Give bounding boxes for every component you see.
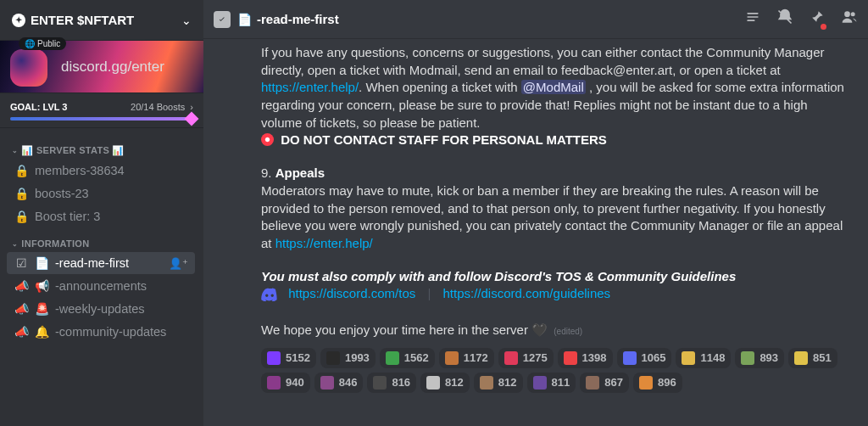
reaction-pill[interactable]: 940 bbox=[261, 373, 310, 393]
reaction-pill[interactable]: 1398 bbox=[558, 348, 613, 368]
channel-announcements[interactable]: 📣 📢 -announcements bbox=[7, 275, 195, 297]
reaction-pill[interactable]: 1562 bbox=[380, 348, 435, 368]
reaction-emoji-icon bbox=[386, 351, 399, 365]
message-content: If you have any questions, concerns or s… bbox=[203, 39, 868, 426]
reaction-count: 1993 bbox=[345, 350, 370, 366]
lock-icon: 🔒 bbox=[14, 187, 29, 200]
appeals-link[interactable]: https://enter.help/ bbox=[275, 236, 373, 250]
no-contact-warning: DO NOT CONTACT STAFF FOR PERSONAL MATTER… bbox=[281, 132, 607, 147]
goal-label: GOAL: LVL 3 bbox=[10, 102, 67, 112]
reaction-count: 851 bbox=[813, 350, 832, 366]
reaction-count: 5152 bbox=[286, 350, 310, 366]
reactions-bar: 5152199315621172127513981065114889385194… bbox=[261, 348, 851, 393]
channel-boost-tier[interactable]: 🔒 Boost tier: 3 bbox=[7, 205, 195, 227]
reaction-emoji-icon bbox=[504, 351, 518, 365]
help-link[interactable]: https://enter.help/ bbox=[261, 80, 359, 94]
channel-community-updates[interactable]: 📣 🔔 -community-updates bbox=[7, 321, 195, 343]
boost-diamond-icon bbox=[185, 112, 199, 126]
boost-goal[interactable]: GOAL: LVL 3 20/14 Boosts › bbox=[0, 93, 203, 128]
public-pill: 🌐 Public bbox=[19, 37, 66, 50]
reaction-pill[interactable]: 896 bbox=[633, 373, 682, 393]
rules-channel-icon bbox=[214, 11, 231, 28]
guidelines-link[interactable]: https://discord.com/guidelines bbox=[442, 286, 610, 300]
reaction-count: 812 bbox=[445, 375, 464, 390]
reaction-emoji-icon bbox=[326, 351, 340, 365]
partner-badge-icon: ✦ bbox=[12, 14, 25, 27]
reaction-count: 1148 bbox=[700, 350, 725, 366]
reaction-count: 1398 bbox=[582, 350, 607, 366]
reaction-pill[interactable]: 893 bbox=[735, 348, 784, 368]
lock-icon: 🔒 bbox=[14, 210, 29, 223]
reaction-count: 812 bbox=[498, 375, 517, 390]
reaction-count: 1562 bbox=[404, 350, 429, 366]
reaction-pill[interactable]: 1275 bbox=[498, 348, 554, 368]
reaction-pill[interactable]: 812 bbox=[420, 373, 470, 393]
modmail-mention[interactable]: @ModMail bbox=[521, 80, 586, 94]
server-name-label: ENTER $NFTART bbox=[31, 13, 134, 27]
reaction-pill[interactable]: 851 bbox=[788, 348, 837, 368]
megaphone-icon: 📣 bbox=[14, 279, 29, 293]
channel-read-me-first[interactable]: ☑ 📄 -read-me-first 👤⁺ bbox=[7, 252, 195, 274]
reaction-emoji-icon bbox=[533, 376, 547, 390]
svg-point-1 bbox=[851, 12, 855, 16]
reaction-emoji-icon bbox=[682, 351, 695, 365]
reaction-emoji-icon bbox=[564, 351, 577, 365]
discord-logo-icon bbox=[261, 288, 278, 306]
reaction-pill[interactable]: 867 bbox=[580, 373, 629, 393]
megaphone-icon: 📣 bbox=[14, 302, 29, 316]
appeals-heading: Appeals bbox=[275, 165, 325, 180]
reaction-count: 816 bbox=[392, 375, 410, 390]
channel-weekly-updates[interactable]: 📣 🚨 -weekly-updates bbox=[7, 298, 195, 320]
threads-icon[interactable] bbox=[744, 8, 761, 30]
reaction-emoji-icon bbox=[445, 351, 459, 365]
reaction-pill[interactable]: 5152 bbox=[261, 348, 316, 368]
collapse-arrow-icon: ⌄ bbox=[12, 147, 18, 154]
server-sidebar: ✦ ENTER $NFTART ⌄ 🌐 Public discord.gg/en… bbox=[0, 0, 203, 426]
channel-boosts[interactable]: 🔒 boosts-23 bbox=[7, 182, 195, 205]
heart-emoji-icon: 🖤 bbox=[531, 322, 548, 337]
reaction-emoji-icon bbox=[320, 376, 334, 390]
closing-text: We hope you enjoy your time here in the … bbox=[261, 322, 531, 337]
channel-members[interactable]: 🔒 members-38634 bbox=[7, 160, 195, 182]
invite-url: discord.gg/enter bbox=[61, 59, 164, 76]
reaction-pill[interactable]: 846 bbox=[314, 373, 364, 393]
reaction-emoji-icon bbox=[794, 351, 808, 365]
reaction-emoji-icon bbox=[267, 351, 281, 365]
tos-link[interactable]: https://discord.com/tos bbox=[288, 286, 415, 300]
category-information[interactable]: ⌄ INFORMATION bbox=[0, 228, 200, 251]
svg-point-0 bbox=[844, 11, 850, 17]
siren-emoji-icon: 🚨 bbox=[35, 302, 49, 316]
reaction-emoji-icon bbox=[267, 376, 281, 390]
reaction-count: 940 bbox=[286, 375, 304, 390]
reaction-pill[interactable]: 811 bbox=[527, 373, 576, 393]
reaction-count: 893 bbox=[760, 350, 778, 366]
channel-topbar: 📄 -read-me-first bbox=[203, 0, 868, 39]
reaction-count: 1065 bbox=[642, 350, 666, 366]
goal-boosts: 20/14 Boosts bbox=[131, 102, 185, 112]
reaction-pill[interactable]: 816 bbox=[367, 373, 416, 393]
reaction-emoji-icon bbox=[480, 376, 493, 390]
globe-icon: 🌐 bbox=[25, 39, 35, 48]
category-server-stats[interactable]: ⌄ 📊 SERVER STATS 📊 bbox=[0, 135, 200, 159]
edited-label: (edited) bbox=[554, 327, 582, 336]
reaction-pill[interactable]: 1065 bbox=[617, 348, 672, 368]
notifications-muted-icon[interactable] bbox=[776, 8, 793, 30]
reaction-count: 867 bbox=[604, 375, 623, 390]
add-user-icon[interactable]: 👤⁺ bbox=[169, 257, 188, 270]
channel-title-label: -read-me-first bbox=[257, 12, 339, 26]
pinned-messages-icon[interactable] bbox=[809, 8, 826, 30]
reaction-emoji-icon bbox=[639, 376, 653, 390]
bell-emoji-icon: 🔔 bbox=[35, 325, 49, 339]
server-header[interactable]: ✦ ENTER $NFTART ⌄ bbox=[0, 0, 203, 41]
announce-emoji-icon: 📢 bbox=[35, 279, 49, 293]
reaction-pill[interactable]: 812 bbox=[474, 373, 523, 393]
reaction-emoji-icon bbox=[373, 376, 387, 390]
member-list-icon[interactable] bbox=[841, 8, 858, 30]
reaction-count: 846 bbox=[339, 375, 358, 390]
reaction-count: 1275 bbox=[523, 350, 548, 366]
reaction-pill[interactable]: 1993 bbox=[320, 348, 376, 368]
reaction-pill[interactable]: 1148 bbox=[676, 348, 731, 368]
reaction-pill[interactable]: 1172 bbox=[439, 348, 494, 368]
reaction-count: 896 bbox=[658, 375, 676, 390]
chevron-down-icon: ⌄ bbox=[181, 14, 192, 27]
